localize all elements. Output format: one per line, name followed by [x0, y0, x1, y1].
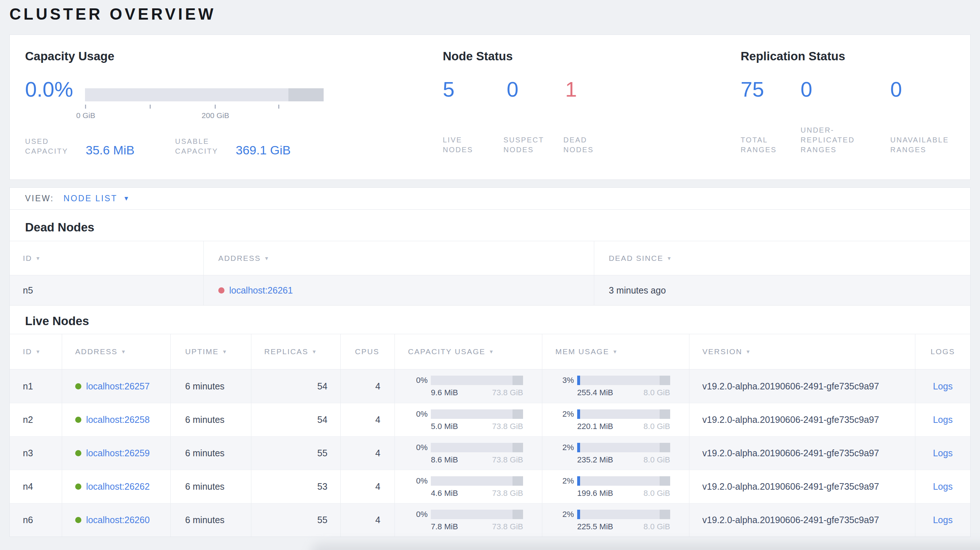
- capacity-used-value: 9.6 MiB: [431, 388, 458, 397]
- live-node-row: n2 localhost:26258 6 minutes 54 4 0%: [10, 403, 970, 436]
- node-id-cell: n2: [10, 403, 62, 436]
- column-header-id[interactable]: ID▼: [10, 334, 62, 369]
- live-status-dot-icon: [75, 450, 81, 456]
- uptime-cell: 6 minutes: [171, 403, 251, 436]
- column-header-address[interactable]: ADDRESS▼: [62, 334, 171, 369]
- mem-used-value: 199.6 MiB: [577, 489, 613, 498]
- mem-used-value: 225.5 MiB: [577, 522, 613, 531]
- capacity-total-value: 73.8 GiB: [492, 455, 523, 465]
- node-address-link[interactable]: localhost:26258: [86, 415, 150, 425]
- capacity-meter: 0% 5.0 MiB 73.8 GiB: [431, 409, 523, 431]
- sort-desc-icon: ▼: [35, 255, 41, 261]
- mem-bar-used-fill: [577, 510, 580, 519]
- capacity-total-value: 73.8 GiB: [492, 422, 523, 431]
- nodes-panel: VIEW: NODE LIST ▼ Dead Nodes ID▼ ADDRESS…: [10, 188, 970, 537]
- live-nodes-table-header: ID▼ ADDRESS▼ UPTIME▼ REPLICAS▼ CPUS CAPA…: [10, 334, 970, 369]
- sort-desc-icon: ▼: [612, 349, 618, 354]
- capacity-used-value: 4.6 MiB: [431, 489, 458, 498]
- capacity-percent-label: 0%: [416, 443, 428, 452]
- logs-link[interactable]: Logs: [933, 415, 952, 425]
- usable-capacity-stat: USABLE CAPACITY 369.1 GiB: [175, 137, 291, 156]
- page-title: CLUSTER OVERVIEW: [10, 5, 216, 23]
- dead-since-cell: 3 minutes ago: [594, 275, 970, 305]
- capacity-usage-bar: [85, 88, 324, 101]
- dead-nodes-heading: Dead Nodes: [10, 210, 970, 241]
- axis-tick: [150, 105, 151, 109]
- unavailable-ranges-count: 0: [890, 78, 902, 101]
- dead-status-dot-icon: [218, 287, 224, 294]
- column-header-uptime[interactable]: UPTIME▼: [171, 334, 251, 369]
- sort-desc-icon: ▼: [312, 349, 317, 354]
- uptime-cell: 6 minutes: [171, 470, 251, 503]
- column-header-replicas[interactable]: REPLICAS▼: [251, 334, 341, 369]
- column-header-mem-usage[interactable]: MEM USAGE▼: [542, 334, 689, 369]
- capacity-used-value: 8.6 MiB: [431, 455, 458, 465]
- column-header-capacity-usage[interactable]: CAPACITY USAGE▼: [395, 334, 542, 369]
- version-cell: v19.2.0-alpha.20190606-2491-gfe735c9a97: [689, 504, 916, 537]
- column-header-address[interactable]: ADDRESS▼: [204, 241, 594, 275]
- suspect-nodes-count: 0: [507, 78, 518, 101]
- mem-total-value: 8.0 GiB: [644, 522, 670, 531]
- live-node-row: n3 localhost:26259 6 minutes 55 4 0%: [10, 436, 970, 470]
- logs-link[interactable]: Logs: [933, 448, 952, 458]
- capacity-total-value: 73.8 GiB: [492, 388, 523, 397]
- logs-link[interactable]: Logs: [933, 515, 952, 525]
- column-header-dead-since[interactable]: DEAD SINCE▼: [594, 241, 970, 275]
- mem-bar: [577, 476, 670, 486]
- mem-usage-cell: 3% 255.4 MiB 8.0 GiB: [542, 369, 689, 403]
- capacity-meter: 0% 7.8 MiB 73.8 GiB: [431, 510, 523, 531]
- capacity-bar-reserved-segment: [512, 510, 523, 519]
- capacity-used-value: 5.0 MiB: [431, 422, 458, 431]
- node-address-link[interactable]: localhost:26262: [86, 481, 150, 492]
- node-address-link[interactable]: localhost:26260: [86, 515, 150, 525]
- cpus-cell: 4: [341, 437, 395, 470]
- mem-meter: 2% 235.2 MiB 8.0 GiB: [577, 443, 670, 465]
- mem-used-value: 220.1 MiB: [577, 422, 613, 431]
- capacity-total-value: 73.8 GiB: [492, 489, 523, 498]
- node-address-link[interactable]: localhost:26257: [86, 381, 150, 392]
- live-status-dot-icon: [75, 483, 81, 490]
- logs-cell: Logs: [915, 437, 970, 470]
- cluster-summary-card: Capacity Usage 0.0% 0 GiB 200 GiB USED C…: [10, 35, 970, 180]
- axis-tick: [85, 105, 86, 109]
- view-mode-dropdown[interactable]: NODE LIST ▼: [64, 194, 129, 203]
- capacity-percent-label: 0%: [416, 476, 428, 486]
- mem-bar-reserved-segment: [660, 376, 670, 385]
- view-label: VIEW:: [25, 194, 54, 203]
- sort-desc-icon: ▼: [667, 255, 672, 261]
- mem-bar: [577, 510, 670, 519]
- mem-bar: [577, 443, 670, 452]
- capacity-used-percent: 0.0%: [25, 78, 73, 101]
- dead-nodes-table: ID▼ ADDRESS▼ DEAD SINCE▼ n5 localhost:26…: [10, 241, 970, 305]
- node-address-link[interactable]: localhost:26259: [86, 448, 150, 458]
- node-status-heading: Node Status: [443, 49, 513, 63]
- node-id-cell: n3: [10, 437, 62, 470]
- mem-bar-reserved-segment: [660, 510, 670, 519]
- capacity-bar: [431, 476, 523, 486]
- view-mode-selected: NODE LIST: [64, 194, 117, 203]
- live-node-row: n6 localhost:26260 6 minutes 55 4 0%: [10, 503, 970, 537]
- mem-total-value: 8.0 GiB: [644, 489, 670, 498]
- mem-total-value: 8.0 GiB: [644, 388, 670, 397]
- logs-link[interactable]: Logs: [933, 481, 952, 492]
- live-node-row: n1 localhost:26257 6 minutes 54 4 0%: [10, 369, 970, 403]
- column-header-version[interactable]: VERSION▼: [689, 334, 916, 369]
- mem-percent-label: 2%: [562, 476, 574, 486]
- live-nodes-table: ID▼ ADDRESS▼ UPTIME▼ REPLICAS▼ CPUS CAPA…: [10, 334, 970, 537]
- mem-usage-cell: 2% 220.1 MiB 8.0 GiB: [542, 403, 689, 436]
- capacity-bar-reserved-segment: [288, 88, 324, 101]
- column-header-cpus[interactable]: CPUS: [341, 334, 395, 369]
- node-address-link[interactable]: localhost:26261: [229, 285, 293, 296]
- axis-tick-label-200: 200 GiB: [202, 111, 229, 120]
- live-nodes-heading: Live Nodes: [10, 305, 970, 334]
- logs-link[interactable]: Logs: [933, 381, 952, 392]
- capacity-total-value: 73.8 GiB: [492, 522, 523, 531]
- dead-nodes-count: 1: [565, 78, 577, 101]
- mem-bar-used-fill: [577, 376, 580, 385]
- node-address-cell: localhost:26261: [204, 275, 594, 305]
- column-header-id[interactable]: ID▼: [10, 241, 204, 275]
- capacity-bar-reserved-segment: [512, 443, 523, 452]
- live-status-dot-icon: [75, 416, 81, 423]
- mem-meter: 2% 220.1 MiB 8.0 GiB: [577, 409, 670, 431]
- mem-meter: 2% 225.5 MiB 8.0 GiB: [577, 510, 670, 531]
